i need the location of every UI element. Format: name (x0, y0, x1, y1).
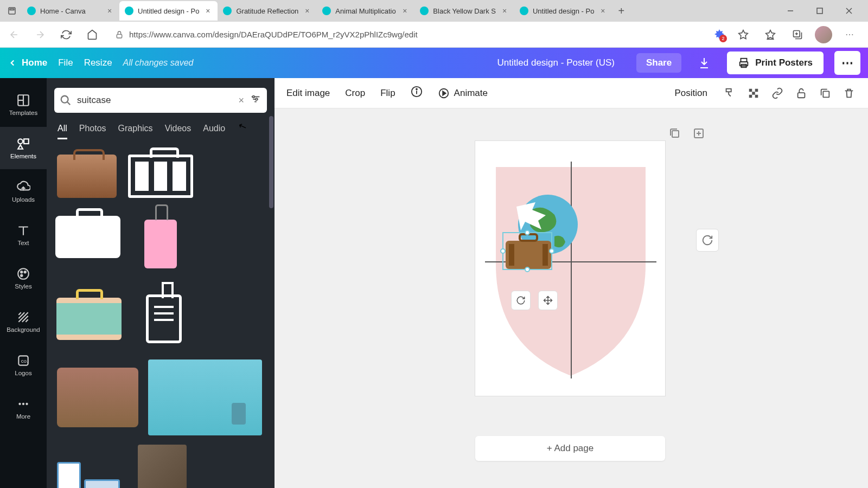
regenerate-button[interactable] (696, 229, 719, 252)
print-posters-button[interactable]: Print Posters (727, 52, 824, 74)
browser-tab[interactable]: Animal Multiplicatio × (317, 1, 414, 21)
url-field[interactable]: https://www.canva.com/design/DAEraQUDdPE… (108, 25, 706, 44)
home-icon[interactable] (82, 25, 102, 44)
add-page-button[interactable]: + Add page (475, 436, 665, 461)
search-filter-icon[interactable] (250, 93, 261, 107)
templates-icon (16, 93, 30, 107)
svg-point-33 (61, 96, 68, 103)
collections-icon[interactable] (788, 25, 807, 44)
rail-logos[interactable]: co. Logos (0, 344, 47, 386)
design-page[interactable] (475, 141, 665, 396)
element-thumb[interactable] (54, 285, 124, 353)
extension-icon[interactable]: 2 (713, 28, 726, 41)
selected-suitcase[interactable] (502, 232, 552, 270)
new-tab-button[interactable]: + (612, 2, 630, 20)
copy-style-icon[interactable] (723, 86, 737, 100)
crop-button[interactable]: Crop (345, 88, 365, 99)
rail-text[interactable]: Text (0, 214, 47, 256)
element-thumb[interactable] (54, 210, 122, 264)
close-icon[interactable]: × (203, 7, 212, 15)
element-thumb[interactable] (126, 149, 195, 203)
svg-line-34 (67, 102, 71, 105)
maximize-icon[interactable] (807, 2, 832, 20)
svg-point-38 (253, 96, 255, 98)
element-thumb[interactable] (128, 210, 193, 278)
share-button[interactable]: Share (636, 53, 681, 73)
close-icon[interactable]: × (400, 7, 409, 15)
filter-videos[interactable]: Videos (165, 124, 192, 139)
canva-favicon-icon (125, 7, 133, 15)
more-menu-button[interactable]: ⋯ (834, 51, 860, 75)
rail-templates[interactable]: Templates (0, 84, 47, 126)
element-thumb[interactable] (148, 359, 263, 435)
canvas-area: Edit image Crop Flip Animate Position (275, 78, 868, 488)
rail-uploads[interactable]: Uploads (0, 170, 47, 213)
duplicate-icon[interactable] (818, 86, 832, 100)
page-tools (668, 127, 705, 142)
browser-menu-icon[interactable]: ⋯ (840, 25, 859, 44)
filter-photos[interactable]: Photos (79, 124, 106, 139)
profile-avatar[interactable] (815, 26, 832, 43)
lock-icon[interactable] (794, 86, 808, 100)
rail-elements[interactable]: Elements (0, 127, 47, 169)
browser-tab[interactable]: Untitled design - Po × (514, 1, 612, 21)
browser-tab[interactable]: Black Yellow Dark S × (414, 1, 514, 21)
svg-text:co.: co. (21, 358, 28, 364)
delete-icon[interactable] (842, 86, 856, 100)
canvas-stage[interactable]: + Add page (275, 108, 868, 488)
browser-tab[interactable]: Untitled design - Po × (119, 1, 218, 21)
element-thumb[interactable] (54, 359, 141, 435)
forward-icon[interactable] (30, 25, 50, 44)
rail-styles[interactable]: Styles (0, 257, 47, 299)
element-thumb[interactable]: 8.0s (137, 442, 188, 488)
search-input[interactable] (77, 95, 233, 106)
resize-menu[interactable]: Resize (84, 57, 112, 68)
filter-all[interactable]: All (58, 124, 67, 139)
transparency-icon[interactable] (746, 86, 761, 100)
move-handle[interactable] (538, 291, 558, 310)
close-icon[interactable]: × (500, 7, 509, 15)
filter-graphics[interactable]: Graphics (118, 124, 153, 139)
close-icon[interactable]: × (303, 7, 311, 15)
tab-title: Untitled design - Po (138, 7, 199, 15)
shield-shape[interactable] (485, 162, 656, 378)
svg-point-22 (21, 275, 22, 277)
file-menu[interactable]: File (58, 57, 73, 68)
print-label: Print Posters (755, 57, 813, 68)
browser-tab[interactable]: Home - Canva × (22, 1, 119, 21)
favorite-icon[interactable] (733, 25, 753, 44)
canva-favicon-icon (27, 7, 36, 15)
document-title[interactable]: Untitled design - Poster (US) (497, 57, 615, 68)
element-thumb[interactable] (54, 442, 130, 488)
element-thumb[interactable] (130, 285, 197, 353)
add-page-icon[interactable] (692, 127, 705, 142)
close-icon[interactable]: × (105, 7, 114, 15)
link-icon[interactable] (770, 86, 784, 100)
close-window-icon[interactable] (837, 2, 861, 20)
position-button[interactable]: Position (675, 88, 707, 99)
canva-favicon-icon (223, 7, 232, 15)
rail-more[interactable]: More (0, 387, 47, 429)
info-icon[interactable] (411, 86, 423, 100)
favorites-bar-icon[interactable] (761, 25, 780, 44)
canva-header: Home File Resize All changes saved Untit… (0, 48, 868, 78)
rail-background[interactable]: Background (0, 300, 47, 343)
close-icon[interactable]: × (598, 7, 607, 15)
home-button[interactable]: Home (8, 57, 47, 68)
refresh-icon[interactable] (56, 25, 76, 44)
edit-image-button[interactable]: Edit image (286, 88, 330, 99)
clear-search-icon[interactable]: × (238, 95, 244, 106)
filter-audio[interactable]: Audio (203, 124, 225, 139)
animate-button[interactable]: Animate (438, 87, 488, 99)
save-status: All changes saved (123, 58, 194, 68)
download-button[interactable] (692, 51, 716, 75)
back-icon[interactable] (4, 25, 24, 44)
element-thumb[interactable] (54, 149, 119, 203)
scrollbar[interactable] (269, 116, 273, 208)
rotate-handle[interactable] (511, 291, 531, 310)
flip-button[interactable]: Flip (380, 88, 395, 99)
minimize-icon[interactable] (778, 2, 803, 20)
tab-actions-icon[interactable] (2, 1, 22, 21)
duplicate-page-icon[interactable] (668, 127, 681, 142)
browser-tab[interactable]: Gratitude Reflection × (218, 1, 317, 21)
